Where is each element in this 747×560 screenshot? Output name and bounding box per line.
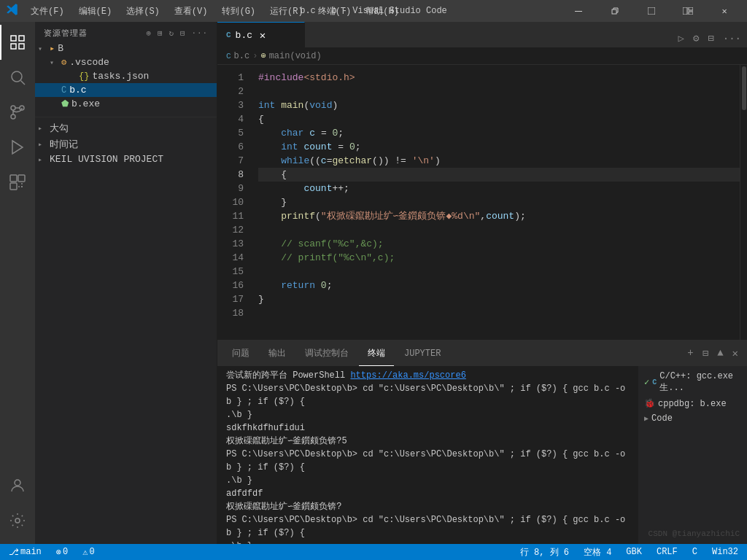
editor-area: C b.c ✕ ▷ ⚙ ⊟ ··· C b.c › ⊕ main(void) 1… xyxy=(217,22,747,544)
file-bc-label: b.c xyxy=(69,85,86,96)
code-line-13: // scanf("%c",&c); xyxy=(258,237,740,251)
breadcrumb-symbol[interactable]: main(void) xyxy=(269,51,322,61)
status-platform[interactable]: Win32 xyxy=(709,547,741,557)
file-json-icon: {} xyxy=(79,71,89,82)
tree-folder-b[interactable]: ▾ ▸ B xyxy=(35,42,217,55)
terminal-tab-output[interactable]: 输出 xyxy=(260,341,295,366)
activity-search[interactable] xyxy=(0,60,35,95)
restore-button[interactable] xyxy=(598,0,632,22)
terminal-tab-problems[interactable]: 问题 xyxy=(223,341,258,366)
menu-view[interactable]: 查看(V) xyxy=(169,4,214,19)
terminal-content[interactable]: 尝试新的跨平台 PowerShell https://aka.ms/pscore… xyxy=(217,366,638,544)
menu-goto[interactable]: 转到(G) xyxy=(216,4,261,19)
terminal-line-3: .\b } xyxy=(226,408,629,421)
line-num-13: 13 xyxy=(223,237,244,251)
arrow-icon: ▸ xyxy=(38,140,50,149)
tree-folder-shijianji[interactable]: ▸ 时间记 xyxy=(35,136,217,152)
tree-file-tasks-json[interactable]: {} tasks.json xyxy=(35,69,217,83)
code-line-17: } xyxy=(258,292,740,306)
code-line-12 xyxy=(258,223,740,237)
status-spaces[interactable]: 空格 4 xyxy=(581,546,614,559)
maximize-terminal-button[interactable]: ▲ xyxy=(714,346,726,361)
activity-explorer[interactable] xyxy=(0,25,35,60)
refresh-icon[interactable]: ↻ xyxy=(169,28,175,38)
code-line-1: #include<stdio.h> xyxy=(258,71,740,85)
code-content[interactable]: #include<stdio.h> int main(void) { char … xyxy=(252,65,740,340)
right-panel-cppdbg[interactable]: 🐞 cppdbg: b.exe xyxy=(638,396,747,411)
code-line-16: return 0; xyxy=(258,279,740,292)
new-file-icon[interactable]: ⊕ xyxy=(146,28,152,38)
collapse-icon[interactable]: ⊟ xyxy=(180,28,186,38)
sidebar: 资源管理器 ⊕ ⊞ ↻ ⊟ ··· ▾ ▸ B ▾ ⚙ .vscode xyxy=(35,22,217,544)
svg-point-16 xyxy=(15,518,20,523)
tree-folder-dagou[interactable]: ▸ 大勾 xyxy=(35,120,217,136)
svg-rect-3 xyxy=(683,7,687,15)
line-num-14: 14 xyxy=(223,251,244,265)
tree-folder-keil[interactable]: ▸ KEIL UVISION PROJECT xyxy=(35,152,217,166)
svg-point-9 xyxy=(11,114,15,119)
tree-file-bexe[interactable]: ⬟ b.exe xyxy=(35,97,217,111)
right-panel-code[interactable]: ▶ Code xyxy=(638,411,747,426)
line-num-15: 15 xyxy=(223,265,244,279)
more-actions-icon[interactable]: ··· xyxy=(192,28,208,38)
terminal-tab-jupyter[interactable]: JUPYTER xyxy=(395,341,449,366)
line-num-3: 3 xyxy=(223,98,244,112)
svg-rect-2 xyxy=(648,7,655,15)
terminal-tab-terminal[interactable]: 终端 xyxy=(359,341,394,366)
layout-button[interactable] xyxy=(671,0,705,22)
title-bar-controls: ✕ xyxy=(562,0,741,22)
add-terminal-button[interactable]: + xyxy=(684,346,696,361)
new-folder-icon[interactable]: ⊞ xyxy=(158,28,163,38)
tab-bc[interactable]: C b.c ✕ xyxy=(217,22,305,47)
status-warnings[interactable]: ⚠ 0 xyxy=(80,547,97,558)
tree-folder-vscode[interactable]: ▾ ⚙ .vscode xyxy=(35,55,217,69)
run-code-button[interactable]: ▷ xyxy=(675,29,686,47)
close-terminal-button[interactable]: ✕ xyxy=(729,346,741,361)
menu-select[interactable]: 选择(S) xyxy=(120,4,166,19)
more-editor-actions-button[interactable]: ··· xyxy=(720,30,744,47)
close-button[interactable]: ✕ xyxy=(708,0,741,22)
line-num-16: 16 xyxy=(223,279,244,292)
error-icon: ⊗ xyxy=(56,547,61,558)
split-terminal-button[interactable]: ⊟ xyxy=(700,346,711,361)
status-errors[interactable]: ⊗ 0 xyxy=(53,547,71,558)
tree-file-bc[interactable]: C b.c xyxy=(35,83,217,97)
scrollbar-thumb[interactable] xyxy=(742,66,746,110)
folder-shijianji-label: 时间记 xyxy=(50,138,78,151)
code-line-5: char c = 0; xyxy=(258,126,740,140)
activity-extensions[interactable] xyxy=(0,165,35,200)
split-editor-button[interactable]: ⊟ xyxy=(705,29,716,47)
status-position[interactable]: 行 8, 列 6 xyxy=(517,546,572,559)
folder-vscode-label: .vscode xyxy=(69,57,109,68)
rp-check-icon: ✓ xyxy=(644,377,649,388)
status-branch[interactable]: ⎇ main xyxy=(6,547,44,558)
status-line-ending[interactable]: CRLF xyxy=(654,547,681,557)
activity-settings[interactable] xyxy=(0,503,35,538)
sidebar-header: 资源管理器 ⊕ ⊞ ↻ ⊟ ··· xyxy=(35,22,217,42)
editor-settings-button[interactable]: ⚙ xyxy=(690,29,702,47)
activity-account[interactable] xyxy=(0,468,35,503)
menu-edit[interactable]: 编辑(E) xyxy=(73,4,118,19)
status-encoding[interactable]: GBK xyxy=(623,547,645,557)
right-panel-gcc[interactable]: ✓ C C/C++: gcc.exe 生... xyxy=(638,369,747,396)
code-line-14: // printf("%c\n",c); xyxy=(258,251,740,265)
tab-bc-close[interactable]: ✕ xyxy=(257,29,268,41)
activity-source-control[interactable] xyxy=(0,95,35,130)
status-language[interactable]: C xyxy=(689,547,700,557)
minimize-button[interactable] xyxy=(562,0,595,22)
terminal-right-panel: ✓ C C/C++: gcc.exe 生... 🐞 cppdbg: b.exe … xyxy=(638,366,747,544)
breadcrumb-file[interactable]: b.c xyxy=(234,51,250,61)
terminal-tab-debug[interactable]: 调试控制台 xyxy=(296,341,357,366)
rp-cppdbg-label: cppdbg: b.exe xyxy=(658,399,727,409)
line-num-17: 17 xyxy=(223,292,244,306)
breadcrumb: C b.c › ⊕ main(void) xyxy=(217,47,747,65)
arrow-icon: ▸ xyxy=(38,155,50,164)
code-line-2 xyxy=(258,85,740,98)
maximize-button[interactable] xyxy=(635,0,668,22)
breadcrumb-file-icon: C xyxy=(226,52,231,61)
code-editor[interactable]: 1 2 3 4 5 6 7 8 9 10 11 12 13 14 15 16 1… xyxy=(217,65,747,340)
activity-debug[interactable] xyxy=(0,130,35,165)
terminal-line-10: PS C:\Users\PC\Desktop\b> cd "c:\Users\P… xyxy=(226,513,629,540)
menu-file[interactable]: 文件(F) xyxy=(25,4,70,19)
editor-scrollbar[interactable] xyxy=(740,65,747,340)
